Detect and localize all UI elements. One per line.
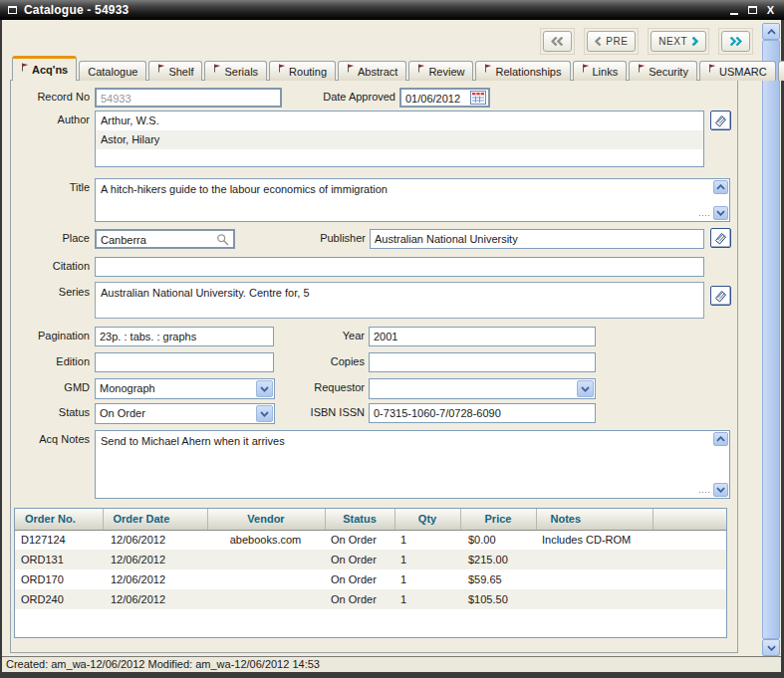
record-no-label: Record No xyxy=(0,91,90,103)
tab-label: Catalogue xyxy=(88,66,137,78)
order-row[interactable]: ORD170 12/06/2012 On Order 1 $59.65 xyxy=(15,569,726,589)
qty-cell: 1 xyxy=(394,569,460,589)
tab[interactable]: USMARC xyxy=(699,61,776,81)
publisher-field[interactable]: Australian National University xyxy=(370,229,704,249)
calendar-icon[interactable] xyxy=(470,91,486,105)
window-scrollbar[interactable] xyxy=(762,23,780,656)
catalogue-window: Catalogue - 54933 X PRE NEXT Acq'ns xyxy=(0,0,784,678)
price-cell: $59.65 xyxy=(460,569,536,589)
tab[interactable]: Serials xyxy=(204,61,267,81)
search-icon[interactable] xyxy=(216,233,230,249)
tab[interactable]: Shelf xyxy=(148,61,202,81)
series-label: Series xyxy=(0,286,90,298)
edition-field[interactable] xyxy=(95,352,274,372)
status-label: Status xyxy=(0,406,90,418)
last-record-button[interactable] xyxy=(721,31,750,52)
double-chevron-left-icon xyxy=(551,37,564,46)
tab[interactable]: Routing xyxy=(269,61,336,81)
next-label: NEXT xyxy=(658,36,687,47)
chevron-down-icon[interactable] xyxy=(256,380,273,397)
tab[interactable]: Relationships xyxy=(475,61,570,81)
date-approved-field[interactable]: 01/06/2012 xyxy=(399,88,490,108)
column-header[interactable]: Order Date xyxy=(103,509,207,530)
citation-field[interactable] xyxy=(95,257,704,277)
column-header[interactable]: Order No. xyxy=(15,509,103,530)
tab[interactable]: Catalogue xyxy=(79,61,146,81)
tab[interactable]: Acq'ns xyxy=(12,56,77,81)
chevron-right-icon xyxy=(691,37,698,46)
isbn-issn-label: ISBN ISSN xyxy=(284,406,365,418)
notes-cell xyxy=(536,569,653,589)
clear-publisher-button[interactable] xyxy=(710,228,731,248)
record-no-field[interactable]: 54933 xyxy=(95,88,282,108)
copies-field[interactable] xyxy=(369,352,596,372)
scroll-down-icon[interactable] xyxy=(713,483,728,497)
chevron-up-icon xyxy=(767,29,776,35)
clear-series-button[interactable] xyxy=(710,286,731,306)
first-record-button[interactable] xyxy=(543,31,572,52)
tab[interactable]: Links xyxy=(573,61,628,81)
column-header[interactable]: Qty xyxy=(394,509,460,530)
chevron-left-icon xyxy=(595,37,602,46)
author-listbox[interactable]: Arthur, W.S.Astor, Hilary xyxy=(95,111,704,167)
author-entry[interactable]: Astor, Hilary xyxy=(96,130,703,149)
chevron-down-icon[interactable] xyxy=(256,405,273,422)
scroll-up-button[interactable] xyxy=(762,23,780,40)
order-date-cell: 12/06/2012 xyxy=(103,569,207,589)
chevron-down-icon[interactable] xyxy=(577,380,594,397)
isbn-issn-field[interactable]: 0-7315-1060-7/0728-6090 xyxy=(369,403,596,423)
year-field[interactable]: 2001 xyxy=(369,327,596,346)
next-record-button[interactable]: NEXT xyxy=(651,31,706,52)
acq-notes-label: Acq Notes xyxy=(0,433,90,445)
scroll-up-icon[interactable] xyxy=(713,180,728,194)
tab-label: Shelf xyxy=(168,66,193,78)
flag-icon xyxy=(417,64,425,73)
place-field[interactable]: Canberra xyxy=(95,229,235,249)
acq-notes-textarea[interactable]: Send to Michael Ahern when it arrives xyxy=(95,430,730,499)
minimize-icon[interactable] xyxy=(730,13,738,15)
flag-icon xyxy=(347,64,355,73)
status-cell: On Order xyxy=(325,550,394,569)
pagination-field[interactable]: 23p. : tabs. : graphs xyxy=(95,327,274,346)
scroll-up-icon[interactable] xyxy=(713,432,728,446)
column-header[interactable]: Status xyxy=(325,509,394,530)
order-row[interactable]: D127124 12/06/2012 abebooks.com On Order… xyxy=(15,530,726,550)
author-entry[interactable]: Arthur, W.S. xyxy=(96,112,703,130)
column-header-filler xyxy=(653,509,726,530)
column-header[interactable]: Price xyxy=(460,509,536,530)
flag-icon xyxy=(582,64,590,73)
scroll-down-button[interactable] xyxy=(762,639,780,656)
window-restore-icon[interactable] xyxy=(8,6,17,14)
prev-record-button[interactable]: PRE xyxy=(587,31,636,52)
maximize-icon[interactable] xyxy=(748,6,757,14)
tab[interactable]: Custom xyxy=(778,61,784,81)
status-select[interactable]: On Order xyxy=(95,403,275,424)
requestor-select[interactable] xyxy=(369,378,596,399)
author-label: Author xyxy=(0,113,90,125)
gmd-select[interactable]: Monograph xyxy=(95,378,275,399)
column-header[interactable]: Notes xyxy=(536,509,653,530)
order-row[interactable]: ORD240 12/06/2012 On Order 1 $105.50 xyxy=(15,589,726,609)
order-row[interactable]: ORD131 12/06/2012 On Order 1 $215.00 xyxy=(15,550,726,569)
tab[interactable]: Abstract xyxy=(338,61,406,81)
resize-grip[interactable] xyxy=(698,491,711,495)
scroll-down-icon[interactable] xyxy=(713,206,728,220)
notes-cell xyxy=(536,589,653,609)
price-cell: $105.50 xyxy=(460,589,536,609)
resize-grip[interactable] xyxy=(698,214,711,218)
title-textarea[interactable]: A hitch-hikers guide to the labour econo… xyxy=(95,178,730,222)
edition-label: Edition xyxy=(0,355,90,367)
flag-icon xyxy=(484,64,492,73)
tab[interactable]: Security xyxy=(629,61,697,81)
close-icon[interactable]: X xyxy=(767,5,774,15)
eraser-icon xyxy=(713,289,728,304)
flag-icon xyxy=(21,63,29,72)
column-header[interactable]: Vendor xyxy=(207,509,325,530)
clear-author-button[interactable] xyxy=(710,111,731,130)
series-field[interactable]: Australian National University. Centre f… xyxy=(95,282,704,319)
status-bar-text: Created: am_wa-12/06/2012 Modified: am_w… xyxy=(6,658,320,670)
titlebar: Catalogue - 54933 X xyxy=(0,0,784,20)
qty-cell: 1 xyxy=(394,589,460,609)
scrollbar-thumb[interactable] xyxy=(762,40,780,639)
tab[interactable]: Review xyxy=(408,61,473,81)
